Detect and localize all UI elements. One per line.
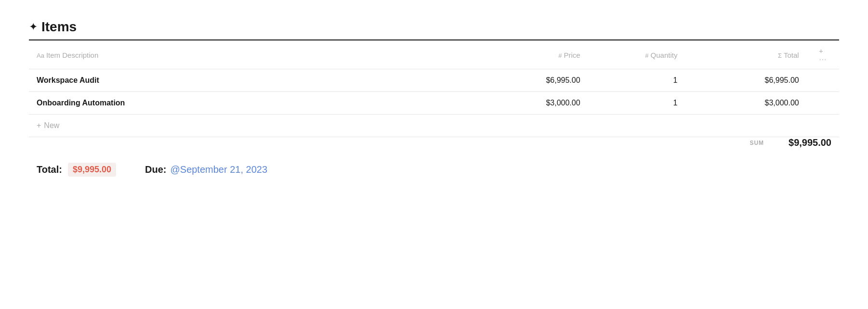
sum-value: $9,995.00 xyxy=(769,137,831,148)
cell-price: $6,995.00 xyxy=(474,69,588,92)
footer-section: Total: $9,995.00 Due: @September 21, 202… xyxy=(29,148,839,181)
header-quantity: #Quantity xyxy=(588,41,685,69)
header-description: AaItem Description xyxy=(29,41,474,69)
description-type-icon: Aa xyxy=(37,52,44,59)
items-table: AaItem Description #Price #Quantity ΣTot… xyxy=(29,40,839,115)
section-title: Items xyxy=(41,19,77,35)
cell-quantity: 1 xyxy=(588,69,685,92)
section-header: ✦ Items xyxy=(29,19,839,40)
sum-inner: SUM $9,995.00 xyxy=(677,137,831,148)
more-columns-button[interactable]: ··· xyxy=(819,55,827,63)
total-type-icon: Σ xyxy=(778,52,782,59)
header-price: #Price xyxy=(474,41,588,69)
footer-due-label: Due: xyxy=(145,164,166,175)
header-actions: + ··· xyxy=(807,41,839,69)
cell-price: $3,000.00 xyxy=(474,92,588,115)
sum-area: SUM $9,995.00 xyxy=(29,137,839,148)
sum-label: SUM xyxy=(750,140,764,146)
header-total: ΣTotal xyxy=(685,41,806,69)
footer-total: Total: $9,995.00 xyxy=(37,163,116,177)
cell-actions xyxy=(807,69,839,92)
footer-due-value: @September 21, 2023 xyxy=(170,164,267,175)
add-column-button[interactable]: + xyxy=(819,47,823,55)
footer-total-value: $9,995.00 xyxy=(68,163,116,177)
new-row-icon: + xyxy=(37,121,41,130)
new-row-button[interactable]: + New xyxy=(29,115,839,137)
table-row[interactable]: Workspace Audit $6,995.00 1 $6,995.00 xyxy=(29,69,839,92)
cell-description: Onboarding Automation xyxy=(29,92,474,115)
price-type-icon: # xyxy=(558,52,562,59)
cell-actions xyxy=(807,92,839,115)
cell-total: $6,995.00 xyxy=(685,69,806,92)
new-row-label: New xyxy=(44,121,59,130)
table-row[interactable]: Onboarding Automation $3,000.00 1 $3,000… xyxy=(29,92,839,115)
cell-description: Workspace Audit xyxy=(29,69,474,92)
cell-quantity: 1 xyxy=(588,92,685,115)
cell-total: $3,000.00 xyxy=(685,92,806,115)
quantity-type-icon: # xyxy=(645,52,648,59)
footer-due: Due: @September 21, 2023 xyxy=(145,164,267,175)
footer-total-label: Total: xyxy=(37,164,62,175)
table-header-row: AaItem Description #Price #Quantity ΣTot… xyxy=(29,41,839,69)
sparkle-icon: ✦ xyxy=(29,21,38,33)
